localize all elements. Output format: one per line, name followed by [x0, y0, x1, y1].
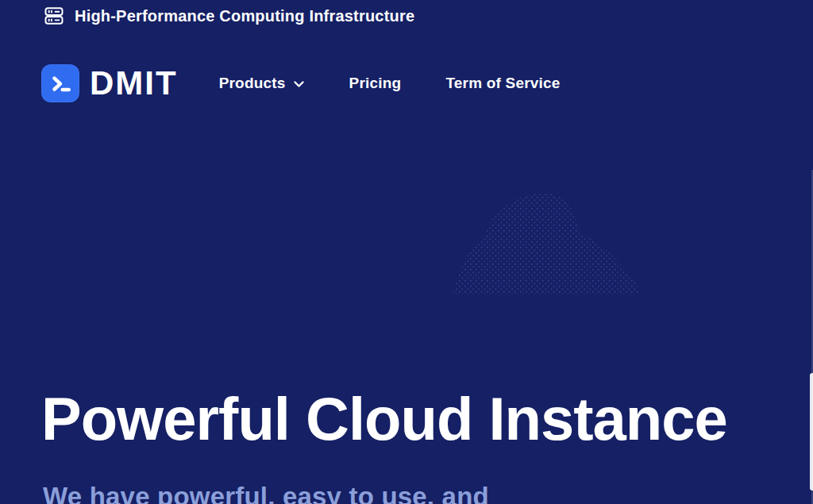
hero-title: Powerful Cloud Instance — [41, 386, 727, 452]
main-nav: Products Pricing Term of Service — [219, 75, 561, 92]
terminal-prompt-icon — [41, 64, 79, 102]
main-header: DMIT Products Pricing Term of Service — [41, 64, 781, 102]
hero-subtitle: We have powerful, easy to use, and — [43, 481, 489, 504]
server-stack-icon — [41, 4, 67, 28]
nav-pricing-label: Pricing — [349, 75, 402, 92]
dotted-cloud-decoration — [447, 185, 645, 296]
logo[interactable]: DMIT — [41, 64, 178, 102]
announcement-text: High-Performance Computing Infrastructur… — [75, 7, 414, 25]
nav-item-pricing[interactable]: Pricing — [349, 75, 402, 92]
logo-text: DMIT — [90, 67, 178, 100]
announcement-bar: High-Performance Computing Infrastructur… — [41, 2, 414, 29]
nav-products-label: Products — [219, 75, 286, 92]
nav-terms-label: Term of Service — [445, 75, 560, 92]
scrollbar-thumb[interactable] — [810, 373, 813, 491]
chevron-down-icon — [293, 79, 305, 89]
nav-item-products[interactable]: Products — [219, 75, 305, 92]
nav-item-term-of-service[interactable]: Term of Service — [445, 75, 560, 92]
